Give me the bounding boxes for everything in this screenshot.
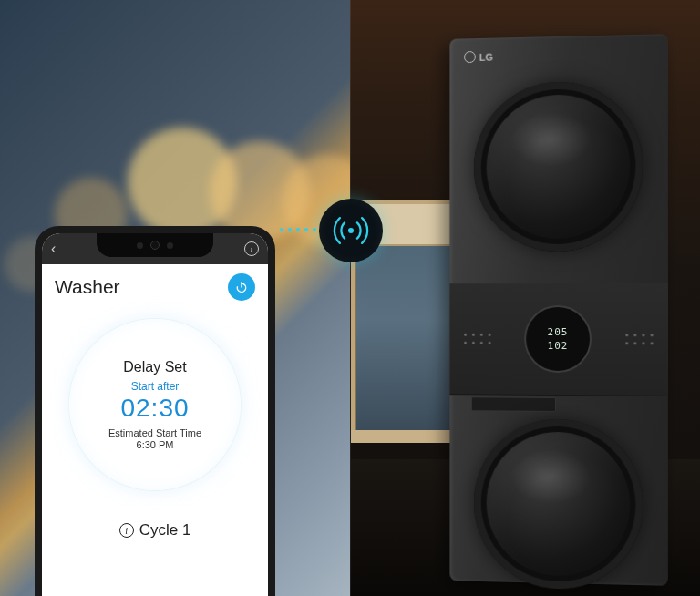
delay-time-value: 02:30	[120, 394, 189, 423]
control-display: 205 102	[524, 305, 592, 373]
info-icon: i	[119, 523, 134, 538]
phone-notch	[97, 233, 213, 257]
brand-name: LG	[479, 51, 493, 62]
display-reading-bottom: 102	[548, 340, 569, 352]
window-sill	[350, 430, 464, 443]
phone-screen: ‹ i Washer	[42, 233, 268, 596]
smartphone: ‹ i Washer	[35, 226, 275, 596]
start-after-label: Start after	[131, 380, 180, 393]
cycle-row[interactable]: i Cycle 1	[42, 521, 268, 539]
back-icon[interactable]: ‹	[51, 241, 56, 257]
detergent-drawer	[471, 396, 556, 412]
info-icon[interactable]: i	[244, 241, 259, 256]
dryer-door	[474, 80, 643, 252]
appliance-name: Washer	[55, 276, 120, 298]
phone-status-bar: ‹ i	[42, 233, 268, 264]
delay-set-label: Delay Set	[123, 359, 186, 375]
washer-door	[474, 418, 643, 591]
promo-scene: ‹ i Washer	[0, 0, 700, 596]
brand-logo: LG	[464, 51, 493, 64]
wireless-signal-icon	[319, 199, 383, 262]
control-panel: 205 102	[449, 283, 667, 396]
washtower-appliance: LG 205 102	[449, 34, 667, 586]
delay-dial-area: Delay Set Start after 02:30 Estimated St…	[42, 306, 268, 490]
delay-dial[interactable]: Delay Set Start after 02:30 Estimated St…	[69, 319, 241, 490]
estimated-start-label: Estimated Start Time	[108, 427, 201, 438]
right-scene: LG 205 102	[350, 0, 700, 596]
panel-buttons-right	[625, 334, 653, 344]
panel-buttons-left	[464, 334, 491, 344]
left-scene: ‹ i Washer	[0, 0, 350, 596]
estimated-start-time: 6:30 PM	[137, 439, 174, 450]
power-button[interactable]	[228, 273, 255, 301]
app-header: Washer	[42, 264, 268, 306]
display-reading-top: 205	[548, 326, 569, 338]
cycle-label: Cycle 1	[139, 521, 191, 539]
svg-point-2	[348, 228, 354, 233]
power-icon	[234, 280, 249, 294]
